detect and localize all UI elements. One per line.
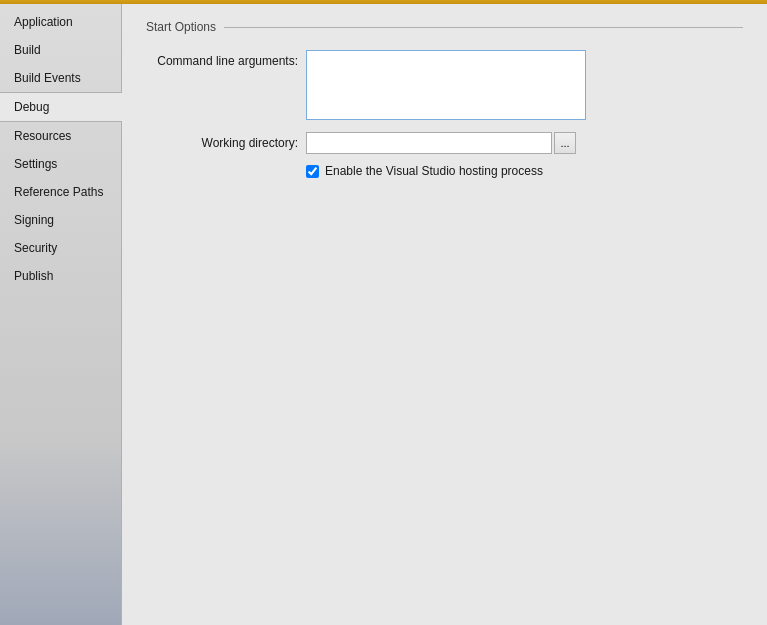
browse-button[interactable]: ... (554, 132, 576, 154)
sidebar-item-reference-paths[interactable]: Reference Paths (0, 178, 121, 206)
working-label: Working directory: (146, 136, 306, 150)
working-row: Working directory: ... (146, 132, 743, 154)
content-area: Start Options Command line arguments: Wo… (122, 4, 767, 625)
cmd-input[interactable] (306, 50, 586, 120)
hosting-process-checkbox[interactable] (306, 165, 319, 178)
sidebar-item-publish[interactable]: Publish (0, 262, 121, 290)
section-header: Start Options (146, 20, 743, 34)
cmd-label: Command line arguments: (146, 50, 306, 68)
sidebar-item-resources[interactable]: Resources (0, 122, 121, 150)
main-container: ApplicationBuildBuild EventsDebugResourc… (0, 4, 767, 625)
section-title: Start Options (146, 20, 216, 34)
working-directory-input[interactable] (306, 132, 552, 154)
hosting-process-row: Enable the Visual Studio hosting process (306, 164, 743, 178)
section-divider (224, 27, 743, 28)
sidebar-item-security[interactable]: Security (0, 234, 121, 262)
sidebar-item-signing[interactable]: Signing (0, 206, 121, 234)
sidebar-item-debug[interactable]: Debug (0, 92, 122, 122)
sidebar-item-application[interactable]: Application (0, 8, 121, 36)
sidebar-item-build[interactable]: Build (0, 36, 121, 64)
cmd-row: Command line arguments: (146, 50, 743, 120)
browse-label: ... (560, 137, 569, 149)
sidebar-item-build-events[interactable]: Build Events (0, 64, 121, 92)
hosting-process-label[interactable]: Enable the Visual Studio hosting process (325, 164, 543, 178)
sidebar: ApplicationBuildBuild EventsDebugResourc… (0, 4, 122, 625)
sidebar-item-settings[interactable]: Settings (0, 150, 121, 178)
